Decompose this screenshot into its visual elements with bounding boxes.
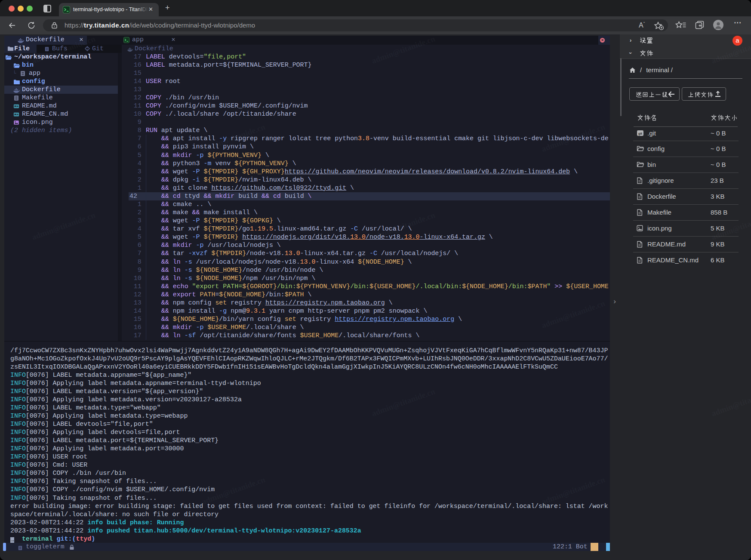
svg-text:git: git — [638, 132, 642, 135]
